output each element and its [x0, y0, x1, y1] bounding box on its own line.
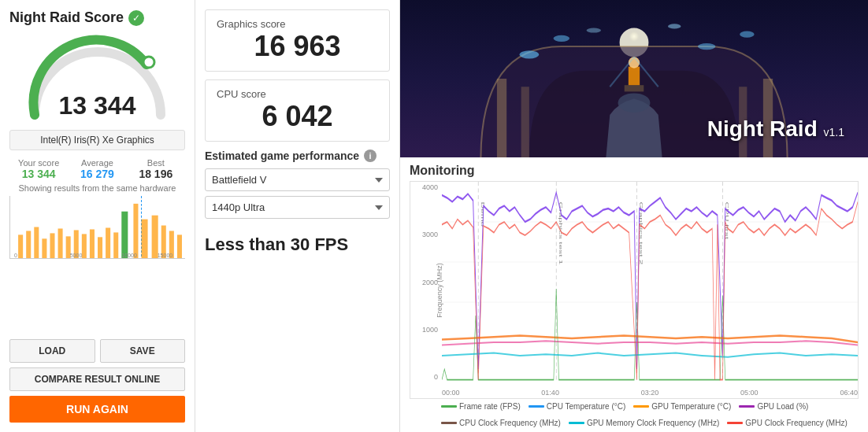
legend-label-cpu-clock: CPU Clock Frequency (MHz): [459, 419, 561, 427]
svg-rect-31: [521, 87, 529, 157]
svg-rect-29: [497, 79, 506, 157]
svg-point-38: [698, 43, 716, 50]
legend-gpu-temp: GPU Temperature (°C): [633, 402, 731, 411]
legend-cpu-clock: CPU Clock Frequency (MHz): [441, 419, 561, 427]
compare-button[interactable]: COMPARE RESULT ONLINE: [9, 367, 185, 391]
x-label-320: 03:20: [641, 389, 659, 397]
svg-rect-10: [90, 229, 95, 258]
y-label-0: 0: [410, 373, 440, 381]
svg-point-40: [668, 24, 681, 28]
y-axis-labels: 4000 3000 2000 1000 0: [410, 182, 440, 382]
svg-text:5000: 5000: [70, 253, 83, 258]
your-score-value: 13 344: [9, 168, 68, 180]
gauge-container: 13 344: [9, 32, 185, 127]
legend-dot-cpu-temp: [529, 405, 544, 408]
graphics-score-label: Graphics score: [217, 18, 378, 30]
legend-label-gpu-mem-clock: GPU Memory Clock Frequency (MHz): [587, 419, 719, 427]
graphics-score-value: 16 963: [217, 30, 378, 63]
benchmark-overlay-title: Night Raid: [707, 116, 818, 141]
legend-gpu-mem-clock: GPU Memory Clock Frequency (MHz): [569, 419, 719, 427]
load-save-row: LOAD SAVE: [9, 339, 185, 363]
svg-rect-6: [58, 228, 63, 258]
score-row: Your score 13 344 Average 16 279 Best 18…: [9, 158, 185, 180]
legend-dot-gpu-clock: [727, 422, 743, 424]
average-score-label: Average: [68, 158, 126, 168]
y-label-4000: 4000: [410, 183, 440, 191]
svg-rect-33: [625, 85, 644, 91]
svg-rect-1: [18, 234, 23, 258]
best-score-col: Best 18 196: [127, 158, 185, 180]
svg-rect-34: [629, 67, 640, 86]
svg-rect-3: [34, 227, 39, 259]
chart-legend: Frame rate (FPS) CPU Temperature (°C) GP…: [410, 399, 859, 429]
monitoring-title: Monitoring: [410, 164, 859, 178]
svg-rect-18: [152, 216, 158, 258]
legend-dot-framerate: [441, 405, 457, 408]
legend-label-gpu-temp: GPU Temperature (°C): [651, 402, 731, 411]
fps-result: Less than 30 FPS: [205, 230, 390, 260]
monitoring-section: Monitoring Frequency (MHz) 4000 3000 200…: [400, 157, 868, 432]
svg-rect-11: [98, 237, 102, 258]
svg-rect-9: [82, 234, 87, 258]
svg-rect-5: [50, 233, 54, 258]
x-label-0: 00:00: [442, 389, 460, 397]
legend-framerate: Frame rate (FPS): [441, 402, 521, 411]
svg-rect-14: [121, 212, 128, 258]
x-label-500: 05:00: [740, 389, 759, 397]
legend-label-gpu-clock: GPU Clock Frequency (MHz): [745, 419, 847, 427]
svg-text:0: 0: [14, 253, 17, 258]
svg-rect-21: [177, 234, 182, 258]
svg-point-0: [143, 57, 154, 68]
svg-text:10000: 10000: [121, 253, 137, 258]
load-button[interactable]: LOAD: [9, 339, 95, 363]
cpu-score-card: CPU score 6 042: [205, 79, 390, 142]
left-panel: Night Raid Score ✓ 13 344 Intel(R) Iris(…: [0, 0, 195, 432]
x-label-640: 06:40: [840, 389, 858, 397]
legend-dot-cpu-clock: [441, 422, 457, 424]
info-icon[interactable]: i: [364, 150, 377, 162]
svg-rect-16: [133, 204, 138, 258]
estimated-header: Estimated game performance i: [205, 150, 390, 162]
cpu-score-label: CPU score: [217, 88, 378, 100]
night-raid-title: Night Raid Score: [9, 9, 124, 26]
check-icon: ✓: [128, 10, 144, 26]
y-label-2000: 2000: [410, 279, 440, 286]
legend-dot-gpu-load: [739, 405, 755, 408]
legend-cpu-temp: CPU Temperature (°C): [529, 402, 626, 411]
bottom-buttons: LOAD SAVE COMPARE RESULT ONLINE RUN AGAI…: [9, 339, 185, 423]
average-score-col: Average 16 279: [68, 158, 126, 180]
benchmark-overlay-version: v1.1: [824, 126, 844, 138]
right-panel: Night Raid v1.1 Monitoring Frequency (MH…: [400, 0, 868, 432]
graphics-score-card: Graphics score 16 963: [205, 9, 390, 72]
svg-text:15000: 15000: [158, 253, 173, 258]
game-dropdown[interactable]: Battlefield V Cyberpunk 2077 Fortnite Mi…: [205, 168, 390, 191]
best-score-label: Best: [127, 158, 185, 168]
run-again-button[interactable]: RUN AGAIN: [9, 396, 185, 423]
chart-main-area: Demo Graphics test 1 Graphics test 2 CPU…: [442, 182, 858, 382]
svg-point-39: [740, 31, 754, 38]
best-score-value: 18 196: [127, 168, 185, 180]
svg-point-42: [618, 93, 651, 113]
night-raid-header: Night Raid Score ✓: [9, 9, 185, 26]
legend-gpu-load: GPU Load (%): [739, 402, 808, 411]
gpu-label: Intel(R) Iris(R) Xe Graphics: [9, 130, 185, 150]
svg-point-37: [554, 35, 569, 42]
svg-rect-17: [142, 220, 148, 258]
scene-background: Night Raid v1.1: [400, 0, 868, 157]
save-button[interactable]: SAVE: [100, 339, 186, 363]
svg-rect-13: [113, 232, 118, 258]
resolution-dropdown[interactable]: 1440p Ultra 1080p Ultra 1080p High 1080p…: [205, 196, 390, 219]
mini-chart: 0 5000 10000 15000: [9, 196, 185, 259]
y-label-3000: 3000: [410, 231, 440, 238]
your-score-label: Your score: [9, 158, 68, 168]
svg-rect-4: [42, 238, 46, 258]
legend-label-framerate: Frame rate (FPS): [459, 402, 521, 411]
svg-point-41: [587, 28, 601, 32]
your-score-col: Your score 13 344: [9, 158, 68, 180]
middle-panel: Graphics score 16 963 CPU score 6 042 Es…: [195, 0, 400, 432]
y-label-1000: 1000: [410, 326, 440, 334]
legend-label-gpu-load: GPU Load (%): [757, 402, 808, 411]
legend-gpu-clock: GPU Clock Frequency (MHz): [727, 419, 847, 427]
legend-dot-gpu-temp: [633, 405, 649, 408]
svg-point-36: [520, 50, 540, 58]
